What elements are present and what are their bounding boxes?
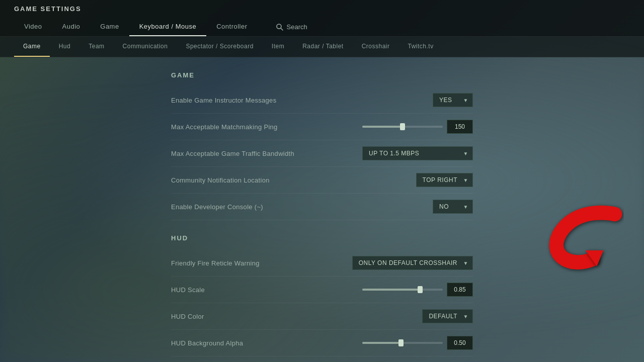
slider-hud-background-alpha: 0.50	[362, 336, 473, 350]
tab-game[interactable]: Game	[90, 18, 129, 36]
section-game-header: Game	[171, 67, 473, 87]
slider-fill-hud-scale	[362, 289, 420, 291]
setting-notification-location: Community Notification Location TOP RIGH…	[171, 167, 473, 194]
svg-marker-2	[586, 250, 604, 266]
dropdown-hud-color-value: DEFAULT	[429, 313, 457, 320]
control-instructor-messages: YES ▼	[433, 93, 473, 107]
label-hud-scale: HUD Scale	[171, 286, 362, 294]
label-friendly-fire-warning: Friendly Fire Reticle Warning	[171, 259, 352, 267]
input-hud-background-alpha[interactable]: 0.50	[447, 336, 473, 350]
search-label: Search	[287, 23, 307, 31]
search-icon	[276, 23, 284, 31]
tab-keyboard-mouse[interactable]: Keyboard / Mouse	[129, 18, 207, 36]
setting-hud-color: HUD Color DEFAULT ▼	[171, 303, 473, 330]
control-hud-background-alpha: 0.50	[362, 336, 473, 350]
slider-hud-scale: 0.85	[362, 283, 473, 297]
content-area: Game Enable Game Instructor Messages YES…	[0, 57, 644, 362]
control-hud-color: DEFAULT ▼	[422, 309, 473, 323]
slider-matchmaking-ping: 150	[362, 120, 473, 134]
chevron-down-icon: ▼	[463, 177, 468, 183]
slider-thumb-ping[interactable]	[400, 123, 405, 130]
dropdown-developer-console[interactable]: NO ▼	[433, 200, 473, 214]
setting-hud-scale: HUD Scale 0.85	[171, 277, 473, 303]
slider-thumb-hud-scale[interactable]	[418, 286, 423, 293]
nav-tabs: Video Audio Game Keyboard / Mouse Contro…	[14, 18, 630, 36]
label-developer-console: Enable Developer Console (~)	[171, 203, 433, 211]
chevron-down-icon: ▼	[463, 98, 468, 103]
red-arrow-overlay	[533, 187, 624, 280]
control-matchmaking-ping: 150	[362, 120, 473, 134]
input-ping[interactable]: 150	[447, 120, 473, 134]
slider-track-hud-scale[interactable]	[362, 289, 443, 291]
search-area[interactable]: Search	[268, 18, 315, 36]
label-notification-location: Community Notification Location	[171, 176, 416, 184]
subtab-item[interactable]: Item	[263, 37, 293, 57]
dropdown-friendly-fire-warning[interactable]: ONLY ON DEFAULT CROSSHAIR ▼	[352, 256, 473, 270]
slider-fill-ping	[362, 126, 403, 128]
tab-video[interactable]: Video	[14, 18, 52, 36]
chevron-down-icon: ▼	[463, 260, 468, 266]
control-traffic-bandwidth: UP TO 1.5 MBPS ▼	[362, 146, 473, 160]
dropdown-instructor-messages[interactable]: YES ▼	[433, 93, 473, 107]
setting-health-ammo-style: Health/Ammo Style DEFAULT ▼	[171, 356, 473, 362]
dropdown-developer-console-value: NO	[439, 203, 449, 210]
label-matchmaking-ping: Max Acceptable Matchmaking Ping	[171, 123, 362, 131]
label-traffic-bandwidth: Max Acceptable Game Traffic Bandwidth	[171, 150, 362, 157]
dropdown-hud-color[interactable]: DEFAULT ▼	[422, 309, 473, 323]
label-hud-color: HUD Color	[171, 313, 422, 320]
red-curved-arrow-icon	[533, 187, 624, 278]
input-hud-scale[interactable]: 0.85	[447, 283, 473, 297]
subtab-hud[interactable]: Hud	[50, 37, 80, 57]
section-hud-header: Hud	[171, 230, 473, 250]
dropdown-notification-location-value: TOP RIGHT	[423, 176, 457, 184]
header: GAME SETTINGS Video Audio Game Keyboard …	[0, 0, 644, 37]
label-hud-background-alpha: HUD Background Alpha	[171, 339, 362, 347]
control-notification-location: TOP RIGHT ▼	[416, 173, 473, 187]
settings-panel: Game Enable Game Instructor Messages YES…	[161, 67, 483, 362]
setting-traffic-bandwidth: Max Acceptable Game Traffic Bandwidth UP…	[171, 140, 473, 167]
setting-matchmaking-ping: Max Acceptable Matchmaking Ping 150	[171, 114, 473, 140]
control-hud-scale: 0.85	[362, 283, 473, 297]
tab-controller[interactable]: Controller	[206, 18, 257, 36]
slider-track-ping[interactable]	[362, 126, 443, 128]
slider-fill-hud-bg-alpha	[362, 342, 401, 344]
subtab-spectator-scoreboard[interactable]: Spectator / Scoreboard	[177, 37, 262, 57]
dropdown-instructor-messages-value: YES	[439, 97, 452, 104]
subtab-communication[interactable]: Communication	[114, 37, 177, 57]
page-title: GAME SETTINGS	[14, 5, 630, 18]
slider-thumb-hud-bg-alpha[interactable]	[398, 339, 404, 346]
subtab-crosshair[interactable]: Crosshair	[353, 37, 399, 57]
setting-hud-background-alpha: HUD Background Alpha 0.50	[171, 330, 473, 356]
subtab-game[interactable]: Game	[14, 37, 50, 57]
svg-line-1	[281, 28, 283, 30]
setting-instructor-messages: Enable Game Instructor Messages YES ▼	[171, 87, 473, 114]
label-instructor-messages: Enable Game Instructor Messages	[171, 97, 433, 104]
dropdown-traffic-bandwidth[interactable]: UP TO 1.5 MBPS ▼	[362, 146, 473, 160]
setting-developer-console: Enable Developer Console (~) NO ▼	[171, 194, 473, 220]
chevron-down-icon: ▼	[463, 151, 468, 156]
dropdown-notification-location[interactable]: TOP RIGHT ▼	[416, 173, 473, 187]
setting-friendly-fire-warning: Friendly Fire Reticle Warning ONLY ON DE…	[171, 250, 473, 277]
control-developer-console: NO ▼	[433, 200, 473, 214]
subtab-radar-tablet[interactable]: Radar / Tablet	[293, 37, 353, 57]
tab-audio[interactable]: Audio	[52, 18, 91, 36]
sub-tabs: Game Hud Team Communication Spectator / …	[0, 37, 644, 57]
subtab-team[interactable]: Team	[79, 37, 113, 57]
svg-point-0	[277, 24, 281, 29]
subtab-twitchtv[interactable]: Twitch.tv	[399, 37, 443, 57]
control-friendly-fire-warning: ONLY ON DEFAULT CROSSHAIR ▼	[352, 256, 473, 270]
slider-track-hud-bg-alpha[interactable]	[362, 342, 443, 344]
dropdown-traffic-bandwidth-value: UP TO 1.5 MBPS	[369, 150, 419, 157]
dropdown-friendly-fire-warning-value: ONLY ON DEFAULT CROSSHAIR	[359, 259, 457, 266]
chevron-down-icon: ▼	[463, 314, 468, 319]
chevron-down-icon: ▼	[463, 204, 468, 210]
